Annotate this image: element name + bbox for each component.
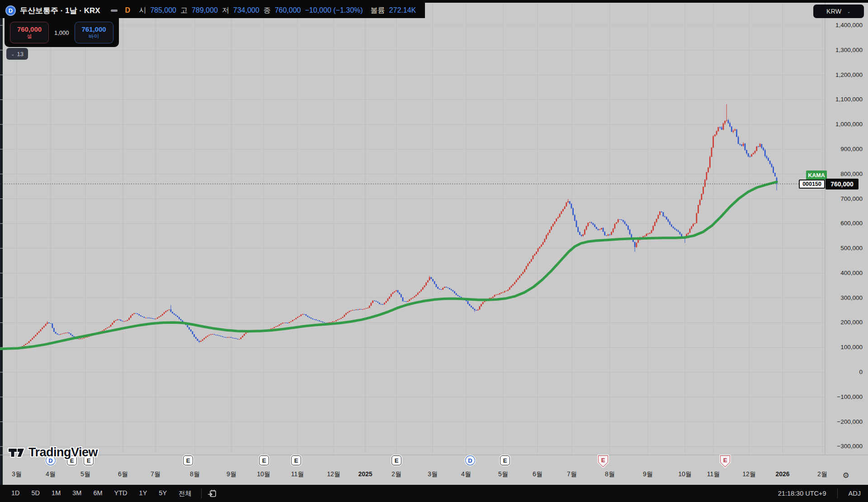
price-tick-label: 1,200,000 xyxy=(829,71,863,78)
time-tick-label: 2월 xyxy=(392,470,401,478)
time-tick-label: 12월 xyxy=(327,470,340,478)
price-tick-label: 400,000 xyxy=(829,270,863,276)
symbol-logo-icon: D xyxy=(5,5,16,16)
range-1y[interactable]: 1Y xyxy=(133,489,153,498)
svg-text:E: E xyxy=(294,457,298,464)
svg-text:E: E xyxy=(503,457,507,464)
svg-text:E: E xyxy=(601,457,605,464)
range-5d[interactable]: 5D xyxy=(26,489,46,498)
time-tick-label: 5월 xyxy=(80,470,90,478)
clock-readout[interactable]: 21:18:30 UTC+9 xyxy=(778,490,826,497)
volume-label: 볼륨 xyxy=(371,6,385,15)
time-tick-label: 10월 xyxy=(678,470,692,478)
earnings-badge[interactable]: E xyxy=(182,455,194,468)
time-tick-label: 11월 xyxy=(291,470,304,478)
time-tick-label: 4월 xyxy=(461,470,471,478)
price-tick-label: 500,000 xyxy=(829,245,863,251)
price-tick-label: 700,000 xyxy=(829,195,863,202)
range-6m[interactable]: 6M xyxy=(87,489,108,498)
earnings-badge[interactable]: E xyxy=(597,455,609,468)
range-1d[interactable]: 1D xyxy=(5,489,26,498)
price-tick-label: 1,400,000 xyxy=(829,22,863,28)
time-tick-label: 3월 xyxy=(428,470,438,478)
tradingview-wordmark: TradingView xyxy=(28,445,98,459)
open-value: 785,000 xyxy=(150,6,176,14)
earnings-badge[interactable]: E xyxy=(390,455,403,468)
toolbar-divider xyxy=(837,488,838,498)
change-value: −10,000 (−1.30%) xyxy=(305,6,363,14)
price-tick-label: 600,000 xyxy=(829,220,863,227)
price-tick-label: 200,000 xyxy=(829,319,863,326)
time-tick-label: 4월 xyxy=(46,470,56,478)
indicators-collapse-chip[interactable]: ⌄ 13 xyxy=(6,48,28,60)
quantity-field[interactable]: 1,000 xyxy=(54,29,69,36)
time-tick-label: 7월 xyxy=(567,470,577,478)
indicators-count: 13 xyxy=(17,51,23,57)
buy-price: 761,000 xyxy=(81,25,106,33)
time-tick-label: 3월 xyxy=(12,470,22,478)
currency-label: KRW xyxy=(826,8,841,15)
time-tick-label: 2026 xyxy=(775,470,789,478)
kama-value-badge: KAMA xyxy=(806,170,827,180)
earnings-badge[interactable]: E xyxy=(719,455,731,468)
time-tick-label: 10월 xyxy=(257,470,270,478)
tradingview-logo-icon xyxy=(7,447,25,459)
low-value: 734,000 xyxy=(233,6,259,14)
price-tick-label: −300,000 xyxy=(829,443,863,450)
currency-dropdown[interactable]: KRW ⌄ xyxy=(813,5,864,18)
sell-price: 760,000 xyxy=(17,25,42,33)
time-tick-label: 8월 xyxy=(190,470,200,478)
timeframe-badge[interactable]: D xyxy=(125,6,131,14)
open-label: 시 xyxy=(139,6,146,15)
symbol-title[interactable]: 두산보통주 · 1날 · KRX xyxy=(20,5,100,16)
time-tick-label: 6월 xyxy=(118,470,128,478)
time-tick-label: 5월 xyxy=(498,470,508,478)
adj-toggle[interactable]: ADJ xyxy=(849,490,861,497)
time-tick-label: 2월 xyxy=(817,470,827,478)
earnings-badge[interactable]: E xyxy=(290,455,302,468)
earnings-badge[interactable]: E xyxy=(258,455,270,468)
earnings-badge[interactable]: E xyxy=(499,455,511,468)
range-3m[interactable]: 3M xyxy=(66,489,87,498)
svg-text:E: E xyxy=(262,457,266,464)
tradingview-watermark[interactable]: TradingView xyxy=(7,445,98,459)
toolbar-divider xyxy=(201,488,202,498)
chart-window: D 두산보통주 · 1날 · KRX D 시785,000 고789,000 저… xyxy=(0,0,868,502)
candlestick-chart[interactable] xyxy=(0,0,868,485)
range-ytd[interactable]: YTD xyxy=(108,489,133,498)
price-tick-label: 1,300,000 xyxy=(829,47,863,53)
chevron-down-icon: ⌄ xyxy=(847,9,851,14)
go-to-date-icon[interactable] xyxy=(207,488,217,498)
time-tick-label: 8월 xyxy=(605,470,615,478)
gear-icon[interactable]: ⚙ xyxy=(840,469,852,481)
price-tick-label: 800,000 xyxy=(829,170,863,177)
price-tick-label: 300,000 xyxy=(829,294,863,301)
svg-text:E: E xyxy=(186,457,190,464)
last-price-badge: 760,000 xyxy=(826,179,859,189)
range-1m[interactable]: 1M xyxy=(46,489,66,498)
dividend-badge[interactable]: D xyxy=(464,455,476,468)
close-label: 종 xyxy=(264,6,271,15)
price-tick-label: 0 xyxy=(829,369,863,375)
range-전체[interactable]: 전체 xyxy=(173,489,198,498)
legend-collapse-icon[interactable] xyxy=(111,9,118,12)
sell-label: 셀 xyxy=(27,33,32,40)
svg-text:D: D xyxy=(468,457,472,464)
buy-label: 바이 xyxy=(89,33,99,40)
price-tick-label: −200,000 xyxy=(829,418,863,425)
trade-panel: 760,000 셀 1,000 761,000 바이 xyxy=(5,18,119,47)
high-value: 789,000 xyxy=(192,6,218,14)
buy-button[interactable]: 761,000 바이 xyxy=(75,22,113,43)
toolbar-right: 21:18:30 UTC+9 ADJ xyxy=(778,488,868,498)
price-tick-label: −100,000 xyxy=(829,393,863,400)
time-tick-label: 11월 xyxy=(707,470,720,478)
svg-text:E: E xyxy=(723,457,727,464)
sell-button[interactable]: 760,000 셀 xyxy=(10,22,49,43)
price-tick-label: 900,000 xyxy=(829,146,863,152)
time-tick-label: 6월 xyxy=(533,470,542,478)
high-label: 고 xyxy=(180,6,188,15)
range-5y[interactable]: 5Y xyxy=(153,489,173,498)
symbol-legend-bar: D 두산보통주 · 1날 · KRX D 시785,000 고789,000 저… xyxy=(0,3,425,18)
price-tick-label: 1,100,000 xyxy=(829,96,863,103)
time-tick-label: 2025 xyxy=(358,470,372,478)
